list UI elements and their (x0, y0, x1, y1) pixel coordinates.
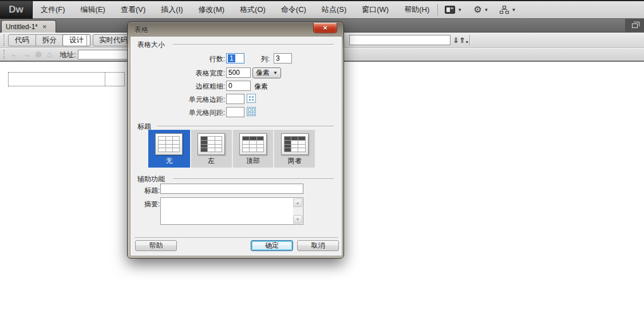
document-title-input[interactable] (349, 35, 451, 45)
chevron-down-icon: ▾ (466, 39, 468, 45)
scrollbar-down-icon[interactable]: ▼ (293, 215, 302, 224)
group-separator (173, 178, 334, 180)
header-option-left[interactable]: 左 (190, 130, 232, 168)
back-icon[interactable]: ← (10, 49, 19, 59)
header-none-icon (155, 133, 183, 155)
menu-window[interactable]: 窗口(W) (362, 5, 389, 15)
header-both-icon (281, 133, 309, 155)
toolbar-grip[interactable] (3, 34, 5, 46)
dw-logo: Dw (0, 1, 33, 19)
menu-format[interactable]: 格式(O) (240, 5, 266, 15)
cell-padding-label: 单元格边距: (131, 95, 225, 105)
home-icon[interactable]: ⌂ (47, 49, 52, 59)
tab-untitled-1[interactable]: Untitled-1* × (1, 20, 56, 33)
columns-input[interactable] (274, 53, 292, 63)
tab-label: Untitled-1* (6, 23, 38, 31)
chevron-down-icon: ▼ (484, 7, 489, 13)
border-thickness-input[interactable] (226, 81, 251, 91)
chevron-down-icon: ▼ (511, 7, 516, 13)
table-cell[interactable] (9, 73, 105, 86)
table-cell[interactable] (105, 73, 124, 86)
site-menu-button[interactable]: ▼ (500, 6, 516, 14)
header-option-none[interactable]: 无 (148, 130, 190, 168)
dialog-titlebar[interactable]: 表格 × (128, 22, 343, 36)
width-unit-select[interactable]: 像素 ▼ (252, 67, 281, 78)
help-button[interactable]: 帮助 (135, 240, 177, 251)
forward-icon[interactable]: → (22, 49, 31, 59)
ok-button[interactable]: 确定 (251, 240, 293, 251)
overlapping-windows-icon (632, 23, 638, 28)
menu-help[interactable]: 帮助(H) (404, 5, 429, 15)
app-menu-bar: Dw 文件(F) 编辑(E) 查看(V) 插入(I) 修改(M) 格式(O) 命… (0, 0, 644, 19)
menu-modify[interactable]: 修改(M) (199, 5, 225, 15)
split-view-button[interactable]: 拆分 (35, 35, 63, 46)
header-option-label: 无 (165, 156, 172, 166)
toolbar-separator (469, 35, 471, 46)
cell-padding-icon (247, 94, 256, 103)
header-option-label: 两者 (288, 156, 302, 166)
chevron-down-icon: ▼ (273, 70, 278, 75)
code-view-button[interactable]: 代码 (9, 35, 35, 46)
table-width-input[interactable] (226, 67, 251, 78)
toolbar-grip[interactable] (3, 50, 5, 59)
summary-label: 摘要: (144, 200, 160, 209)
group-separator (173, 44, 334, 45)
close-tab-icon[interactable]: × (42, 23, 47, 30)
layout-icon (445, 6, 455, 14)
close-button[interactable]: × (313, 23, 337, 33)
table-dialog: 表格 × 表格大小 行数: 1 列: 表格宽度: 像素 ▼ 边框粗细: 像素 单… (127, 22, 344, 259)
menu-items: 文件(F) 编辑(E) 查看(V) 插入(I) 修改(M) 格式(O) 命令(C… (41, 5, 429, 15)
header-options: 无 左 顶部 两者 (148, 130, 315, 168)
group-legend-table-size: 表格大小 (137, 40, 165, 50)
border-thickness-label: 边框粗细: (131, 82, 225, 92)
address-label: 地址: (60, 50, 76, 60)
cell-spacing-icon (247, 107, 256, 116)
summary-textarea[interactable]: ▲ ▼ (160, 197, 303, 225)
header-option-label: 左 (208, 156, 215, 166)
toolbar-separator (86, 35, 88, 46)
cell-spacing-input[interactable] (226, 107, 244, 117)
cancel-button[interactable]: 取消 (297, 240, 339, 251)
menu-commands[interactable]: 命令(C) (281, 5, 306, 15)
selected-unit: 像素 (256, 68, 270, 78)
stop-icon[interactable]: ⊗ (35, 49, 42, 59)
table-outline[interactable] (8, 72, 125, 86)
extend-button[interactable]: ⚙ ▼ (473, 5, 488, 14)
close-icon: × (323, 24, 327, 31)
header-option-both[interactable]: 两者 (273, 130, 315, 168)
collapse-panels-button[interactable] (625, 19, 644, 33)
file-management-button[interactable]: ⇓⇑ ▾ (453, 35, 468, 45)
header-option-top[interactable]: 顶部 (232, 130, 274, 168)
chevron-down-icon: ▼ (457, 7, 462, 13)
appbar-icons: ▼ ⚙ ▼ ▼ (445, 5, 516, 14)
border-unit-label: 像素 (254, 82, 268, 92)
header-top-icon (239, 133, 267, 155)
caption-label: 标题: (144, 186, 160, 196)
gear-icon: ⚙ (473, 5, 481, 14)
dialog-title: 表格 (135, 25, 148, 35)
menu-insert[interactable]: 插入(I) (161, 5, 183, 15)
header-left-icon (197, 133, 225, 155)
menu-file[interactable]: 文件(F) (41, 5, 65, 15)
scrollbar-up-icon[interactable]: ▲ (293, 198, 302, 207)
dialog-body: 表格大小 行数: 1 列: 表格宽度: 像素 ▼ 边框粗细: 像素 单元格边距:… (130, 36, 342, 256)
caption-input[interactable] (160, 184, 303, 194)
cell-padding-input[interactable] (226, 94, 244, 104)
menu-separator (437, 4, 438, 15)
header-option-label: 顶部 (246, 156, 260, 166)
menu-edit[interactable]: 编辑(E) (81, 5, 105, 15)
menu-view[interactable]: 查看(V) (121, 5, 145, 15)
menu-site[interactable]: 站点(S) (322, 5, 346, 15)
columns-label: 列: (234, 54, 270, 64)
get-put-arrows-icon: ⇓⇑ (453, 36, 465, 45)
table-width-label: 表格宽度: (131, 69, 225, 78)
layout-switcher-button[interactable]: ▼ (445, 6, 462, 14)
scrollbar[interactable]: ▲ ▼ (293, 198, 302, 224)
button-row-separator (135, 237, 338, 238)
group-separator (157, 126, 334, 127)
view-mode-group: 代码 拆分 设计 (8, 34, 90, 46)
site-tree-icon (500, 6, 509, 14)
group-legend-accessibility: 辅助功能 (137, 174, 165, 184)
address-input[interactable] (78, 50, 128, 59)
rows-label: 行数: (131, 54, 225, 64)
